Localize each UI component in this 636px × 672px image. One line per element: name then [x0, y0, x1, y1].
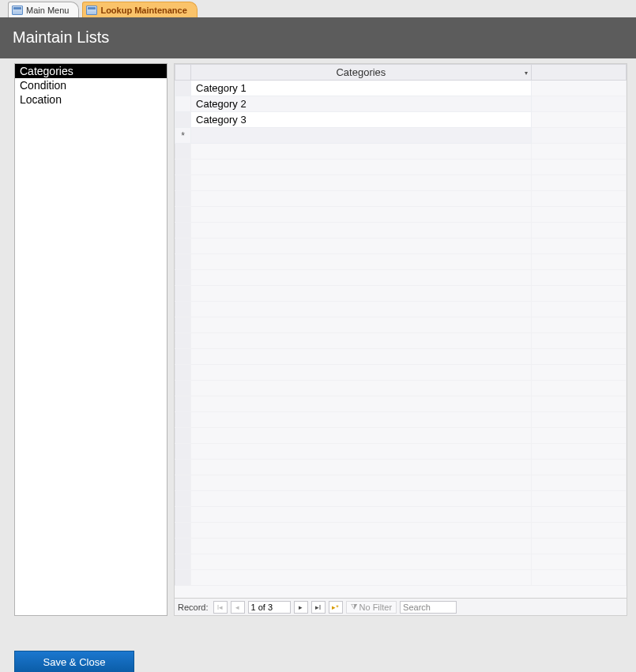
- blank-row-selector: [175, 460, 191, 475]
- page-header: Maintain Lists: [0, 17, 636, 58]
- cell-empty[interactable]: [531, 96, 626, 112]
- blank-row-selector: [175, 175, 191, 191]
- blank-row-selector: [175, 254, 191, 270]
- blank-row-selector: [175, 523, 191, 539]
- blank-row-selector: [175, 507, 191, 523]
- blank-cell: [191, 412, 532, 428]
- blank-cell: [531, 460, 626, 475]
- blank-cell: [531, 349, 626, 365]
- blank-cell: [531, 191, 626, 207]
- tab-bar: Main Menu Lookup Maintenance: [0, 0, 636, 17]
- blank-cell: [191, 507, 532, 523]
- blank-row-selector: [175, 412, 191, 428]
- blank-cell: [191, 286, 532, 302]
- record-navigator: Record: I◂ ◂ ▸ ▸I ▸* ⧩ No Filter: [175, 598, 627, 615]
- blank-cell: [531, 238, 626, 254]
- column-header-categories[interactable]: Categories ▾: [191, 65, 532, 81]
- blank-cell: [531, 302, 626, 317]
- content: Categories Condition Location Categories…: [0, 58, 636, 616]
- blank-cell: [531, 365, 626, 381]
- blank-cell: [191, 381, 532, 396]
- cell-empty[interactable]: [531, 128, 626, 144]
- blank-cell: [191, 160, 532, 175]
- blank-cell: [191, 554, 532, 570]
- blank-row-selector: [175, 238, 191, 254]
- cell-value[interactable]: Category 3: [191, 112, 532, 128]
- blank-cell: [531, 333, 626, 349]
- blank-row-selector: [175, 428, 191, 444]
- last-record-button[interactable]: ▸I: [311, 601, 326, 614]
- datasheet-grid[interactable]: Categories ▾ Category 1Category 2Categor…: [175, 64, 627, 598]
- blank-row-selector: [175, 365, 191, 381]
- blank-row-selector: [175, 207, 191, 223]
- page-title: Maintain Lists: [13, 28, 109, 47]
- blank-row-selector: [175, 333, 191, 349]
- sidebar-item-condition[interactable]: Condition: [15, 78, 167, 92]
- blank-cell: [191, 475, 532, 491]
- sidebar-item-categories[interactable]: Categories: [15, 64, 167, 78]
- blank-row-selector: [175, 223, 191, 238]
- blank-cell: [531, 270, 626, 286]
- column-header-label: Categories: [336, 66, 386, 78]
- blank-cell: [531, 507, 626, 523]
- blank-cell: [191, 365, 532, 381]
- select-all-cell[interactable]: [175, 65, 191, 81]
- blank-row-selector: [175, 160, 191, 175]
- sidebar-item-location[interactable]: Location: [15, 92, 167, 107]
- row-selector[interactable]: [175, 81, 191, 96]
- tab-lookup-maintenance[interactable]: Lookup Maintenance: [82, 2, 197, 17]
- cell-new[interactable]: [191, 128, 532, 144]
- cell-value[interactable]: Category 2: [191, 96, 532, 112]
- first-record-button[interactable]: I◂: [213, 601, 228, 614]
- tab-label: Main Menu: [26, 6, 69, 15]
- sidebar-item-label: Categories: [20, 65, 73, 77]
- blank-cell: [531, 523, 626, 539]
- blank-cell: [531, 317, 626, 333]
- blank-cell: [531, 412, 626, 428]
- blank-cell: [191, 254, 532, 270]
- prev-record-button[interactable]: ◂: [231, 601, 245, 614]
- new-row-selector[interactable]: *: [175, 128, 191, 144]
- column-header-blank[interactable]: [531, 65, 626, 81]
- blank-cell: [191, 539, 532, 554]
- record-label: Record:: [178, 603, 209, 612]
- filter-icon: ⧩: [351, 603, 357, 612]
- cell-empty[interactable]: [531, 112, 626, 128]
- cell-empty[interactable]: [531, 81, 626, 96]
- chevron-down-icon[interactable]: ▾: [525, 69, 528, 76]
- blank-row-selector: [175, 570, 191, 586]
- new-record-button[interactable]: ▸*: [329, 601, 343, 614]
- blank-cell: [191, 270, 532, 286]
- tab-label: Lookup Maintenance: [100, 6, 186, 15]
- row-selector[interactable]: [175, 96, 191, 112]
- blank-cell: [531, 381, 626, 396]
- save-close-button[interactable]: Save & Close: [14, 651, 134, 672]
- blank-cell: [531, 144, 626, 160]
- row-selector[interactable]: [175, 112, 191, 128]
- blank-cell: [191, 396, 532, 412]
- sidebar-item-label: Location: [20, 93, 62, 106]
- blank-row-selector: [175, 191, 191, 207]
- blank-cell: [191, 223, 532, 238]
- tab-main-menu[interactable]: Main Menu: [8, 2, 79, 17]
- blank-row-selector: [175, 144, 191, 160]
- cell-value[interactable]: Category 1: [191, 81, 532, 96]
- footer: Save & Close: [0, 616, 636, 672]
- blank-cell: [191, 207, 532, 223]
- blank-cell: [191, 349, 532, 365]
- blank-row-selector: [175, 349, 191, 365]
- record-position-input[interactable]: [248, 601, 291, 614]
- blank-cell: [531, 491, 626, 507]
- blank-cell: [531, 286, 626, 302]
- blank-row-selector: [175, 270, 191, 286]
- next-record-button[interactable]: ▸: [294, 601, 308, 614]
- search-input[interactable]: [400, 601, 457, 614]
- blank-cell: [191, 428, 532, 444]
- form-icon: [12, 6, 23, 15]
- blank-cell: [531, 207, 626, 223]
- blank-cell: [531, 554, 626, 570]
- filter-indicator[interactable]: ⧩ No Filter: [346, 601, 397, 614]
- sidebar-list[interactable]: Categories Condition Location: [14, 63, 167, 616]
- blank-row-selector: [175, 381, 191, 396]
- blank-row-selector: [175, 396, 191, 412]
